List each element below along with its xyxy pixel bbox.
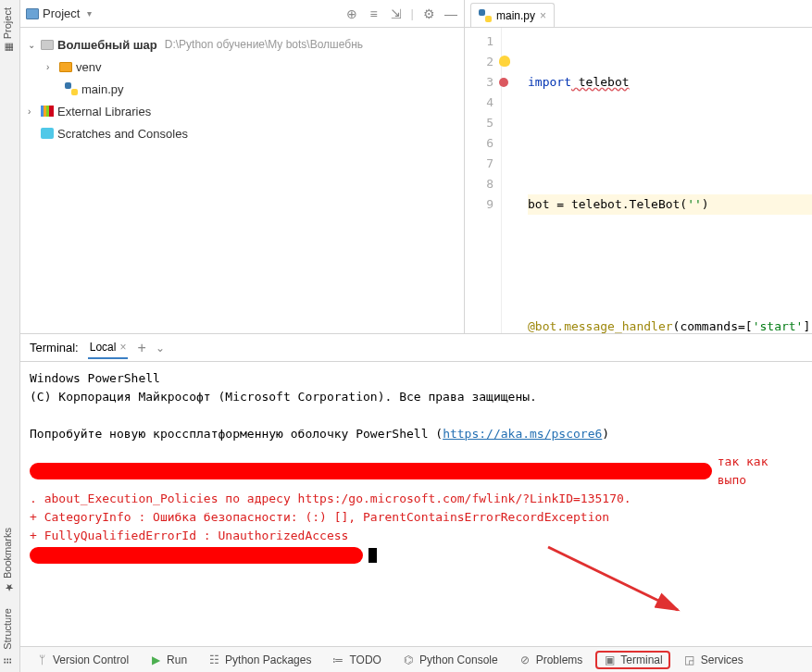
python-packages-button[interactable]: ☷Python Packages bbox=[200, 651, 319, 669]
tree-item-label: Scratches and Consoles bbox=[57, 127, 188, 141]
terminal-output[interactable]: Windows PowerShell (C) Корпорация Майкро… bbox=[20, 362, 812, 646]
run-button[interactable]: ▶Run bbox=[142, 651, 194, 669]
chevron-right-icon[interactable]: › bbox=[46, 62, 56, 72]
editor-tab-main[interactable]: main.py × bbox=[470, 3, 555, 27]
terminal-cursor bbox=[369, 548, 377, 563]
project-tool-label: Project bbox=[2, 7, 13, 39]
project-view-dropdown[interactable]: ▾ bbox=[87, 8, 92, 19]
tree-main-py[interactable]: main.py bbox=[24, 78, 460, 100]
services-icon: ◲ bbox=[683, 653, 696, 666]
python-file-icon bbox=[65, 82, 78, 95]
close-icon[interactable]: × bbox=[540, 9, 546, 22]
terminal-line: (C) Корпорация Майкрософт (Microsoft Cor… bbox=[30, 388, 803, 406]
code-area[interactable]: import telebot bot = telebot.TeleBot('')… bbox=[502, 28, 812, 333]
hide-panel-icon[interactable]: — bbox=[443, 6, 458, 21]
terminal-dropdown-icon[interactable]: ⌄ bbox=[156, 342, 165, 355]
play-icon: ▶ bbox=[149, 653, 162, 666]
structure-icon: ⠿ bbox=[2, 653, 13, 665]
redacted-bar bbox=[30, 463, 712, 479]
project-panel: Project ▾ ⊕ ≡ ⇲ | ⚙ — ⌄ bbox=[20, 0, 465, 333]
breakpoint-icon[interactable] bbox=[499, 78, 508, 87]
folder-icon bbox=[41, 40, 54, 50]
tree-item-label: main.py bbox=[81, 82, 124, 96]
services-button[interactable]: ◲Services bbox=[676, 651, 751, 669]
expand-all-icon[interactable]: ≡ bbox=[367, 6, 381, 21]
locate-icon[interactable]: ⊕ bbox=[344, 6, 359, 21]
editor-body[interactable]: 1 2 3 4 5 6 7 8 9 import telebot bot = t… bbox=[465, 28, 812, 333]
gear-icon[interactable]: ⚙ bbox=[421, 6, 436, 21]
new-terminal-button[interactable]: + bbox=[137, 340, 145, 356]
packages-icon: ☷ bbox=[207, 653, 220, 666]
bookmark-icon: ★ bbox=[2, 582, 13, 593]
project-panel-header: Project ▾ ⊕ ≡ ⇲ | ⚙ — bbox=[20, 0, 464, 28]
collapse-all-icon[interactable]: ⇲ bbox=[389, 6, 404, 21]
redacted-bar bbox=[30, 547, 363, 564]
tree-root[interactable]: ⌄ Волшебный шар D:\Python обучение\My bo… bbox=[24, 33, 460, 56]
structure-tool-label: Structure bbox=[2, 608, 13, 650]
intention-bulb-icon[interactable] bbox=[499, 56, 510, 67]
todo-button[interactable]: ≔TODO bbox=[324, 651, 388, 669]
tree-item-label: External Libraries bbox=[57, 105, 151, 118]
terminal-panel: Terminal: Local × + ⌄ Windows PowerShell… bbox=[20, 333, 812, 646]
close-icon[interactable]: × bbox=[119, 341, 126, 354]
terminal-error-line: + FullyQualifiedErrorId : UnauthorizedAc… bbox=[30, 527, 803, 545]
branch-icon: ᛘ bbox=[35, 653, 48, 666]
project-panel-title: Project bbox=[43, 6, 80, 20]
project-tool-tab[interactable]: ▦ Project bbox=[0, 0, 15, 61]
terminal-title: Terminal: bbox=[30, 341, 79, 355]
python-console-button[interactable]: ⌬Python Console bbox=[394, 651, 506, 669]
folder-icon bbox=[59, 62, 72, 72]
bookmarks-tool-tab[interactable]: ★ Bookmarks bbox=[0, 520, 15, 601]
tree-item-label: venv bbox=[76, 60, 101, 74]
terminal-button[interactable]: ▣Terminal bbox=[595, 651, 669, 669]
python-file-icon bbox=[479, 9, 492, 22]
left-tool-strip: ▦ Project ★ Bookmarks ⠿ Structure bbox=[0, 0, 20, 672]
terminal-header: Terminal: Local × + ⌄ bbox=[20, 334, 812, 362]
todo-icon: ≔ bbox=[331, 653, 344, 666]
bottom-toolbar: ᛘVersion Control ▶Run ☷Python Packages ≔… bbox=[20, 646, 812, 672]
tree-root-name: Волшебный шар bbox=[57, 38, 157, 52]
editor-tab-label: main.py bbox=[496, 9, 535, 22]
terminal-icon: ▣ bbox=[603, 653, 616, 666]
chevron-down-icon[interactable]: ⌄ bbox=[28, 40, 37, 50]
tree-scratches[interactable]: Scratches and Consoles bbox=[24, 122, 460, 144]
tree-root-path: D:\Python обучение\My bots\Волшебнь bbox=[165, 38, 363, 51]
terminal-tab-label: Local bbox=[90, 341, 117, 354]
terminal-link[interactable]: https://aka.ms/pscore6 bbox=[443, 427, 602, 441]
terminal-tab-local[interactable]: Local × bbox=[88, 336, 129, 359]
terminal-line: Попробуйте новую кроссплатформенную обол… bbox=[30, 425, 803, 443]
line-gutter: 1 2 3 4 5 6 7 8 9 bbox=[465, 28, 502, 333]
vcs-button[interactable]: ᛘVersion Control bbox=[28, 651, 136, 669]
tree-venv[interactable]: › venv bbox=[24, 56, 460, 78]
terminal-error-text: так как выпо bbox=[718, 453, 803, 490]
structure-tool-tab[interactable]: ⠿ Structure bbox=[0, 601, 15, 672]
problems-button[interactable]: ⊘Problems bbox=[511, 651, 591, 669]
project-icon: ▦ bbox=[2, 43, 13, 54]
project-view-icon bbox=[26, 8, 39, 19]
terminal-line: Windows PowerShell bbox=[30, 369, 803, 388]
terminal-error-line: . about_Execution_Policies по адресу htt… bbox=[30, 490, 803, 508]
libraries-icon bbox=[41, 106, 54, 117]
problems-icon: ⊘ bbox=[518, 653, 531, 666]
tree-external-libs[interactable]: › External Libraries bbox=[24, 100, 460, 122]
scratches-icon bbox=[41, 128, 54, 139]
python-icon: ⌬ bbox=[402, 653, 415, 666]
editor-tabs: main.py × bbox=[465, 0, 812, 28]
chevron-right-icon[interactable]: › bbox=[28, 106, 37, 117]
project-tree: ⌄ Волшебный шар D:\Python обучение\My bo… bbox=[20, 28, 464, 150]
editor-panel: main.py × 1 2 3 4 5 6 7 8 9 bbox=[465, 0, 812, 333]
terminal-error-line: + CategoryInfo : Ошибка безопасности: (:… bbox=[30, 508, 803, 527]
bookmarks-tool-label: Bookmarks bbox=[2, 528, 13, 579]
